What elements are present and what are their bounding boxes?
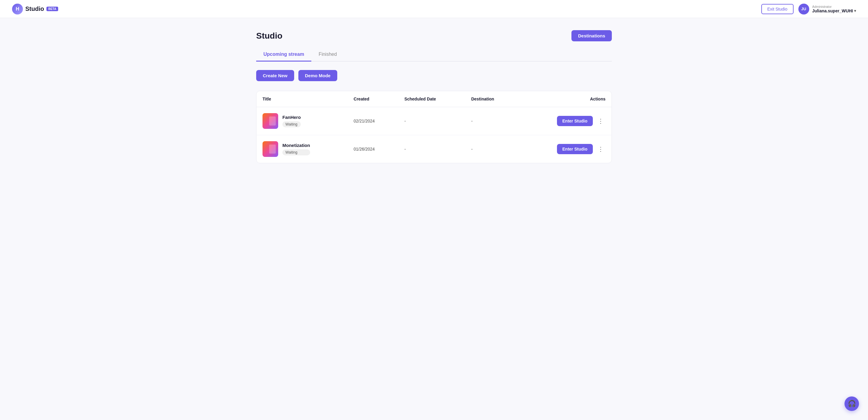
- table-row: FanHero Waiting 02/21/2024 - - Enter Stu…: [256, 107, 612, 135]
- demo-mode-button[interactable]: Demo Mode: [299, 70, 337, 81]
- action-buttons: Create New Demo Mode: [256, 70, 612, 81]
- support-button[interactable]: 🎧: [844, 396, 859, 411]
- table-header-row: Title Created Scheduled Date Destination…: [256, 91, 612, 107]
- scheduled-date-cell: -: [398, 135, 465, 163]
- enter-studio-button[interactable]: Enter Studio: [557, 116, 593, 126]
- col-destination: Destination: [465, 91, 519, 107]
- more-options-button[interactable]: ⋮: [596, 117, 606, 125]
- streams-table-container: Title Created Scheduled Date Destination…: [256, 91, 612, 163]
- title-info: FanHero Waiting: [282, 115, 301, 127]
- col-created: Created: [347, 91, 398, 107]
- user-info: Administrator Juliana.super_WUHI ▾: [812, 5, 856, 13]
- title-cell: FanHero Waiting: [256, 107, 347, 135]
- more-options-button[interactable]: ⋮: [596, 145, 606, 153]
- title-cell: Monetization Waiting: [256, 135, 347, 163]
- status-badge: Waiting: [282, 121, 301, 127]
- logo-area: H Studio BETA: [12, 4, 58, 15]
- tabs-container: Upcoming stream Finished: [256, 49, 612, 61]
- stream-thumbnail: [262, 113, 278, 129]
- page-title: Studio: [256, 31, 282, 41]
- status-badge: Waiting: [282, 149, 310, 156]
- stream-thumbnail: [262, 141, 278, 157]
- headphone-icon: 🎧: [848, 400, 856, 408]
- streams-table: Title Created Scheduled Date Destination…: [256, 91, 612, 163]
- actions-cell: Enter Studio ⋮: [519, 107, 612, 135]
- scheduled-date-cell: -: [398, 107, 465, 135]
- col-scheduled-date: Scheduled Date: [398, 91, 465, 107]
- stream-title: Monetization: [282, 143, 310, 148]
- destination-cell: -: [465, 135, 519, 163]
- app-header: H Studio BETA Exit Studio JU Administrat…: [0, 0, 868, 18]
- chevron-down-icon: ▾: [854, 9, 856, 13]
- stream-title: FanHero: [282, 115, 301, 120]
- create-new-button[interactable]: Create New: [256, 70, 294, 81]
- exit-studio-button[interactable]: Exit Studio: [761, 4, 794, 14]
- user-name: Juliana.super_WUHI ▾: [812, 8, 856, 13]
- table-row: Monetization Waiting 01/26/2024 - - Ente…: [256, 135, 612, 163]
- created-cell: 01/26/2024: [347, 135, 398, 163]
- enter-studio-button[interactable]: Enter Studio: [557, 144, 593, 154]
- beta-badge: BETA: [46, 7, 58, 11]
- actions-cell: Enter Studio ⋮: [519, 135, 612, 163]
- avatar: JU: [798, 4, 809, 15]
- destination-cell: -: [465, 107, 519, 135]
- user-menu[interactable]: JU Administrator Juliana.super_WUHI ▾: [798, 4, 856, 15]
- main-content: Studio Destinations Upcoming stream Fini…: [238, 18, 630, 175]
- title-info: Monetization Waiting: [282, 143, 310, 156]
- logo-text: Studio: [25, 5, 44, 12]
- destinations-button[interactable]: Destinations: [571, 30, 612, 41]
- header-right: Exit Studio JU Administrator Juliana.sup…: [761, 4, 856, 15]
- col-title: Title: [256, 91, 347, 107]
- tab-finished[interactable]: Finished: [311, 49, 344, 61]
- created-cell: 02/21/2024: [347, 107, 398, 135]
- logo-icon: H: [12, 4, 23, 15]
- col-actions: Actions: [519, 91, 612, 107]
- page-header: Studio Destinations: [256, 30, 612, 41]
- user-role: Administrator: [812, 5, 856, 8]
- tab-upcoming-stream[interactable]: Upcoming stream: [256, 49, 311, 61]
